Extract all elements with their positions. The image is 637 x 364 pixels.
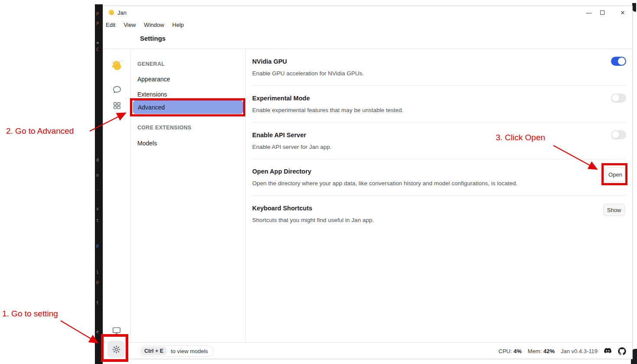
shortcut-key-badge: Ctrl + E (140, 347, 167, 355)
setting-title-nvidia-gpu: NVidia GPU (252, 58, 287, 65)
setting-desc-keyboard-shortcuts: Shortcuts that you might find useful in … (252, 217, 374, 223)
row-divider (252, 85, 626, 86)
menubar: Edit View Window Help (103, 21, 185, 30)
maximize-icon (600, 10, 604, 15)
show-button[interactable]: Show (603, 204, 625, 216)
terminal-char: . (96, 187, 99, 191)
grid-icon (113, 101, 121, 110)
terminal-char: l (96, 271, 99, 275)
toggle-api-server[interactable] (611, 130, 626, 139)
terminal-char: t (96, 219, 99, 223)
jan-app-window: Jan — ✕ Edit View Window Help Settings (103, 6, 633, 359)
annotation-box-settings-gear (101, 334, 128, 362)
sidebar-item-welcome[interactable] (110, 59, 124, 72)
toggle-nvidia-gpu[interactable] (611, 57, 626, 66)
setting-desc-api-server: Enable API server for Jan app. (252, 144, 332, 150)
terminal-char: t (96, 301, 99, 305)
terminal-char: C (96, 48, 99, 52)
page-title: Settings (140, 35, 166, 42)
toggle-experimental-mode[interactable] (611, 93, 626, 103)
setting-desc-nvidia-gpu: Enable GPU acceleration for NVidia GPUs. (252, 70, 364, 77)
terminal-char: x (96, 207, 99, 211)
terminal-char: d (96, 158, 99, 162)
app-version: Jan v0.4.3-119 (561, 348, 598, 354)
setting-desc-experimental-mode: Enable experimental features that may be… (252, 107, 403, 113)
statusbar-divider (103, 342, 632, 343)
row-divider (252, 195, 626, 196)
wave-hand-icon (111, 59, 123, 71)
nav-divider (245, 49, 246, 342)
setting-title-open-app-directory: Open App Directory (252, 168, 311, 175)
row-divider (252, 159, 626, 159)
status-metrics: CPU: 4% Mem: 42% Jan v0.4.3-119 (498, 345, 626, 357)
memory-usage: Mem: 42% (528, 348, 555, 354)
header-divider (103, 48, 632, 49)
terminal-char: p (96, 280, 99, 284)
annotation-box-open-button (601, 163, 627, 185)
row-divider (252, 122, 626, 122)
nav-item-models[interactable]: Models (137, 140, 157, 147)
rail-divider (130, 49, 131, 342)
setting-desc-open-app-directory: Open the directory where your app data, … (252, 180, 517, 187)
terminal-char: P (96, 22, 99, 26)
toggle-knob (612, 131, 619, 139)
nav-section-core-extensions: CORE EXTENSIONS (137, 125, 192, 131)
annotation-step1: 1. Go to setting (2, 309, 58, 319)
shortcut-hint-text: to view models (171, 348, 208, 354)
github-icon[interactable] (618, 347, 626, 355)
menu-window[interactable]: Window (143, 21, 165, 30)
jan-hand-logo-icon (108, 9, 115, 16)
discord-icon[interactable] (604, 347, 612, 355)
background-terminal-strip: PP≡Cdo.xtplpte (95, 4, 103, 364)
terminal-char: e (96, 330, 99, 334)
chat-bubble-icon (112, 85, 122, 94)
nav-section-general: GENERAL (137, 61, 165, 67)
toggle-knob (612, 94, 619, 102)
terminal-char: P (96, 12, 99, 16)
maximize-button[interactable] (593, 6, 612, 19)
model-shortcut-hint: Ctrl + E to view models (138, 345, 214, 357)
sidebar-item-threads[interactable] (112, 84, 122, 95)
titlebar: Jan — ✕ (103, 6, 632, 19)
nav-item-appearance[interactable]: Appearance (137, 76, 170, 83)
toggle-knob (618, 58, 625, 65)
terminal-char: o (96, 173, 99, 177)
cpu-usage: CPU: 4% (498, 348, 521, 354)
sidebar-item-hub[interactable] (112, 101, 122, 110)
window-title: Jan (117, 10, 127, 16)
menu-edit[interactable]: Edit (104, 21, 117, 30)
screenshot-scene: PP≡Cdo.xtplpte Jan — ✕ (0, 0, 637, 364)
annotation-step3: 3. Click Open (496, 133, 545, 142)
setting-title-experimental-mode: Experimental Mode (252, 95, 310, 102)
nav-item-extensions[interactable]: Extensions (137, 91, 167, 98)
annotation-step2: 2. Go to Advanced (6, 126, 74, 136)
terminal-char: ≡ (96, 41, 99, 45)
setting-title-api-server: Enable API Server (252, 132, 306, 139)
menu-help[interactable]: Help (171, 21, 185, 30)
close-button[interactable]: ✕ (613, 6, 632, 19)
annotation-box-advanced (130, 98, 245, 116)
setting-title-keyboard-shortcuts: Keyboard Shortcuts (252, 205, 312, 212)
terminal-char: p (96, 244, 99, 248)
background-window-fragment (632, 3, 636, 12)
menu-view[interactable]: View (122, 21, 137, 30)
